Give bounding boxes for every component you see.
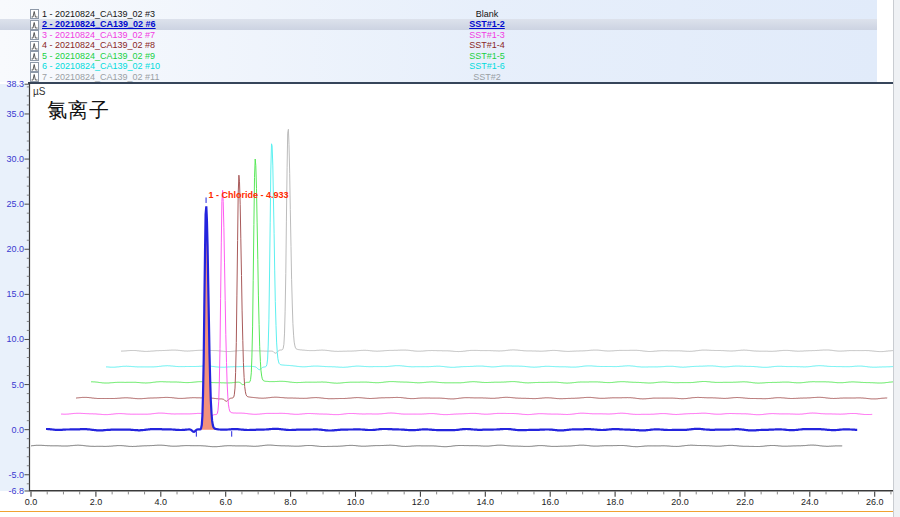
y-tick-label: 5.0: [1, 380, 24, 390]
x-tick-label: 4.0: [148, 497, 174, 507]
x-tick-label: 26.0: [862, 497, 888, 507]
chromatography-window: 1 - 20210824_CA139_02 #3Blank2 - 2021082…: [0, 0, 900, 517]
traces-group: [31, 129, 900, 446]
x-tick-label: 14.0: [472, 497, 498, 507]
y-tick-label: 10.0: [1, 334, 24, 344]
y-tick-label: 20.0: [1, 244, 24, 254]
y-axis-unit: µS: [33, 86, 45, 97]
x-tick-label: 0.0: [18, 497, 44, 507]
trace-sst#1-3[interactable]: [61, 190, 872, 417]
x-tick-label: 24.0: [797, 497, 823, 507]
y-tick-label: 25.0: [1, 199, 24, 209]
x-tick-label: 6.0: [213, 497, 239, 507]
y-tick-label: 15.0: [1, 289, 24, 299]
trace-blank[interactable]: [31, 445, 842, 447]
window-right-edge: [893, 0, 900, 517]
y-tick-label: 35.0: [1, 109, 24, 119]
trace-sst#1-6[interactable]: [106, 144, 900, 370]
peak-annotation: 1 - Chloride - 4.933: [209, 190, 289, 200]
y-tick-label: -5.0: [1, 470, 24, 480]
x-tick-label: 20.0: [667, 497, 693, 507]
x-tick-label: 10.0: [343, 497, 369, 507]
chromatogram-svg[interactable]: [0, 0, 900, 517]
y-tick-label: 30.0: [1, 154, 24, 164]
x-tick-label: 8.0: [278, 497, 304, 507]
x-tick-label: 12.0: [407, 497, 433, 507]
x-tick-label: 2.0: [83, 497, 109, 507]
x-tick-label: 18.0: [602, 497, 628, 507]
chart-title: 氯离子: [47, 97, 110, 124]
y-tick-label: -6.8: [1, 486, 24, 496]
window-bottom-accent-line: [0, 511, 894, 513]
x-tick-label: 16.0: [537, 497, 563, 507]
y-tick-label: 38.3: [1, 79, 24, 89]
x-tick-label: 22.0: [732, 497, 758, 507]
y-tick-label: 0.0: [1, 425, 24, 435]
